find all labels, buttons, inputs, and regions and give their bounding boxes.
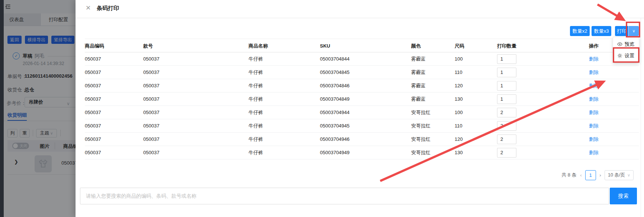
cell-style-no: 050037 — [143, 150, 249, 155]
cell-size: 110 — [455, 69, 497, 75]
cell-sku: 05003704844 — [320, 56, 411, 62]
cell-sku: 05003704849 — [320, 96, 411, 102]
print-qty-input[interactable] — [497, 121, 516, 131]
cell-color: 安哥拉红 — [411, 109, 455, 116]
cell-sku: 05003704945 — [320, 123, 411, 129]
modal-dim-overlay[interactable] — [0, 0, 76, 217]
cell-product-name: 牛仔裤 — [249, 109, 320, 116]
header-style-no: 款号 — [143, 39, 249, 52]
table-header-row: 商品编码 款号 商品名称 SKU 颜色 尺码 打印数量 操作 — [85, 39, 639, 52]
delete-link[interactable]: 删除 — [589, 110, 599, 115]
screen: 仪表盘 打印配置 返回 横排导出 竖排导出 ✓ 草稿 阿毛 2026-01-14… — [0, 0, 644, 217]
cell-product-code: 050037 — [85, 150, 143, 155]
qty-x2-button[interactable]: 数量x2 — [570, 26, 590, 36]
cell-style-no: 050037 — [143, 123, 249, 129]
current-page-button[interactable]: 1 — [585, 170, 596, 180]
menu-item-preview-label: 预览 — [625, 41, 634, 48]
close-icon[interactable]: ✕ — [86, 4, 91, 12]
barcode-print-modal: ✕ 条码打印 数量x2 数量x3 打印 ∨ 商品编码 款号 商品名称 SKU 颜… — [76, 0, 644, 217]
cell-style-no: 050037 — [143, 96, 249, 102]
search-input[interactable] — [80, 188, 609, 204]
print-qty-input[interactable] — [497, 148, 516, 158]
cell-sku: 05003704845 — [320, 69, 411, 75]
cell-color: 安哥拉红 — [411, 149, 455, 156]
header-print-qty: 打印数量 — [497, 39, 589, 52]
cell-color: 雾霾蓝 — [411, 82, 455, 89]
table-row: 050037 050037 牛仔裤 05003704946 安哥拉红 120 删… — [85, 133, 639, 146]
cell-color: 雾霾蓝 — [411, 69, 455, 76]
gear-icon — [617, 53, 622, 58]
cell-size: 130 — [455, 150, 497, 155]
cell-product-code: 050037 — [85, 83, 143, 88]
table-row: 050037 050037 牛仔裤 05003704845 雾霾蓝 110 删除 — [85, 66, 639, 79]
cell-sku: 05003704944 — [320, 110, 411, 115]
cell-color: 雾霾蓝 — [411, 56, 455, 62]
cell-product-name: 牛仔裤 — [249, 136, 320, 143]
pagination: 共 8 条 ‹ 1 › 10 条/页∨ — [561, 170, 634, 180]
cell-style-no: 050037 — [143, 110, 249, 115]
delete-link[interactable]: 删除 — [589, 96, 599, 102]
table-row: 050037 050037 牛仔裤 05003704949 安哥拉红 130 删… — [85, 146, 639, 159]
cell-product-name: 牛仔裤 — [249, 123, 320, 129]
print-dropdown-menu: 预览 设置 — [613, 37, 639, 63]
modal-header-divider — [76, 18, 644, 18]
cell-sku: 05003704949 — [320, 150, 411, 155]
header-size: 尺码 — [455, 39, 497, 52]
cell-color: 安哥拉红 — [411, 136, 455, 143]
table-row: 050037 050037 牛仔裤 05003704944 安哥拉红 100 删… — [85, 106, 639, 119]
header-sku: SKU — [320, 39, 411, 52]
print-qty-input[interactable] — [497, 135, 516, 144]
barcode-table-body: 050037 050037 牛仔裤 05003704844 雾霾蓝 100 删除… — [85, 52, 639, 159]
barcode-table: 商品编码 款号 商品名称 SKU 颜色 尺码 打印数量 操作 050037 05… — [85, 39, 639, 159]
print-qty-input[interactable] — [497, 54, 516, 64]
header-product-name: 商品名称 — [249, 39, 320, 52]
cell-product-name: 牛仔裤 — [249, 82, 320, 89]
cell-product-name: 牛仔裤 — [249, 96, 320, 103]
cell-product-name: 牛仔裤 — [249, 56, 320, 62]
pagination-total: 共 8 条 — [561, 172, 576, 178]
delete-link[interactable]: 删除 — [589, 83, 599, 88]
cell-product-code: 050037 — [85, 136, 143, 142]
cell-style-no: 050037 — [143, 136, 249, 142]
cell-sku: 05003704946 — [320, 136, 411, 142]
search-button[interactable]: 搜索 — [610, 188, 637, 204]
cell-product-code: 050037 — [85, 56, 143, 62]
delete-link[interactable]: 删除 — [589, 123, 599, 129]
print-qty-input[interactable] — [497, 68, 516, 77]
cell-product-code: 050037 — [85, 69, 143, 75]
print-qty-input[interactable] — [497, 94, 516, 104]
next-page-icon[interactable]: › — [599, 172, 601, 178]
menu-item-settings-label: 设置 — [625, 52, 634, 59]
cell-size: 130 — [455, 96, 497, 102]
cell-color: 安哥拉红 — [411, 123, 455, 129]
delete-link[interactable]: 删除 — [589, 69, 599, 75]
qty-x3-button[interactable]: 数量x3 — [592, 26, 611, 36]
page-size-select[interactable]: 10 条/页∨ — [605, 170, 634, 180]
table-row: 050037 050037 牛仔裤 05003704846 雾霾蓝 120 删除 — [85, 79, 639, 93]
cell-color: 雾霾蓝 — [411, 96, 455, 103]
cell-product-code: 050037 — [85, 110, 143, 115]
cell-size: 110 — [455, 123, 497, 129]
header-product-code: 商品编码 — [85, 39, 143, 52]
cell-product-code: 050037 — [85, 123, 143, 129]
print-button[interactable]: 打印 — [615, 26, 628, 36]
table-row: 050037 050037 牛仔裤 05003704844 雾霾蓝 100 删除 — [85, 52, 639, 66]
cell-size: 100 — [455, 56, 497, 62]
print-qty-input[interactable] — [497, 108, 516, 117]
cell-size: 100 — [455, 110, 497, 115]
cell-style-no: 050037 — [143, 83, 249, 88]
modal-title: 条码打印 — [97, 5, 119, 12]
delete-link[interactable]: 删除 — [589, 56, 599, 62]
cell-style-no: 050037 — [143, 69, 249, 75]
print-dropdown-button[interactable]: ∨ — [629, 26, 639, 36]
menu-item-settings[interactable]: 设置 — [613, 50, 639, 61]
delete-link[interactable]: 删除 — [589, 136, 599, 142]
cell-size: 120 — [455, 83, 497, 88]
menu-item-preview[interactable]: 预览 — [613, 38, 639, 50]
delete-link[interactable]: 删除 — [589, 150, 599, 155]
prev-page-icon[interactable]: ‹ — [580, 172, 582, 178]
cell-product-name: 牛仔裤 — [249, 69, 320, 76]
print-qty-input[interactable] — [497, 81, 516, 91]
cell-size: 120 — [455, 136, 497, 142]
cell-product-name: 牛仔裤 — [249, 149, 320, 156]
